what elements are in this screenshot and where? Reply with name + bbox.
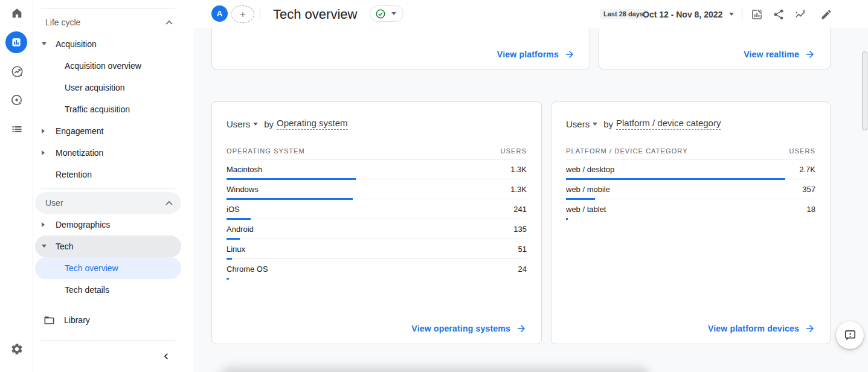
feedback-button[interactable] bbox=[836, 321, 864, 349]
view-platforms-link[interactable]: View platforms bbox=[497, 49, 575, 60]
row-label: iOS bbox=[227, 205, 240, 214]
caret-down-icon bbox=[391, 12, 396, 15]
next-card-shadow bbox=[220, 367, 649, 372]
table-row: web / desktop2.7K bbox=[566, 159, 815, 179]
sidebar-item-traffic-acquisition[interactable]: Traffic acquisition bbox=[35, 98, 181, 120]
edit-icon[interactable] bbox=[819, 7, 834, 22]
customize-report-icon[interactable] bbox=[750, 7, 764, 22]
sidebar-item-tech[interactable]: Tech bbox=[35, 236, 181, 257]
sidebar-item-label: Library bbox=[64, 315, 90, 325]
chevron-left-icon bbox=[160, 350, 172, 362]
sidebar-item-tech-details[interactable]: Tech details bbox=[35, 279, 181, 301]
nav-items: DemographicsTechTech overviewTech detail… bbox=[35, 214, 181, 301]
card-metric-selector: Users by Platform / device category bbox=[566, 118, 721, 130]
row-bar bbox=[566, 218, 568, 220]
sidebar-item-label: Engagement bbox=[56, 126, 103, 136]
sidebar-item-label: Tech details bbox=[65, 285, 109, 295]
row-value: 241 bbox=[513, 205, 527, 214]
row-label: web / desktop bbox=[566, 165, 614, 174]
sidebar-item-user-acquisition[interactable]: User acquisition bbox=[35, 77, 181, 98]
sidebar-item-retention[interactable]: Retention bbox=[35, 164, 181, 185]
reports-icon[interactable] bbox=[5, 31, 27, 53]
table-row: Android135 bbox=[227, 219, 527, 239]
view-realtime-link[interactable]: View realtime bbox=[744, 49, 815, 60]
chevron-up-icon bbox=[166, 20, 173, 25]
sidebar-item-label: User acquisition bbox=[65, 83, 125, 92]
scrollbar-thumb[interactable] bbox=[862, 51, 867, 130]
link-label: View platform devices bbox=[708, 324, 799, 333]
nav-section-life-cycle: Life cycle AcquisitionAcquisition overvi… bbox=[35, 11, 181, 185]
dimension-label: Platform / device category bbox=[616, 118, 721, 130]
arrow-forward-icon bbox=[564, 49, 575, 60]
expander-closed-icon bbox=[42, 150, 45, 155]
divider bbox=[41, 188, 175, 189]
view-operating-systems-link[interactable]: View operating systems bbox=[411, 323, 527, 334]
divider bbox=[742, 7, 742, 21]
divider bbox=[41, 8, 175, 9]
table-header: PLATFORM / DEVICE CATEGORY USERS bbox=[566, 143, 815, 159]
sidebar-item-label: Demographics bbox=[56, 220, 110, 229]
caret-down-icon bbox=[593, 123, 597, 126]
sidebar-item-demographics[interactable]: Demographics bbox=[35, 214, 181, 236]
collapse-sidebar-button[interactable] bbox=[158, 348, 175, 365]
avatar[interactable]: A bbox=[211, 5, 228, 22]
metric-dropdown[interactable]: Users bbox=[566, 119, 590, 129]
advertising-icon[interactable] bbox=[9, 92, 25, 108]
row-value: 357 bbox=[802, 185, 815, 194]
row-label: Chrome OS bbox=[227, 265, 268, 274]
link-label: View platforms bbox=[497, 50, 559, 59]
sidebar-item-engagement[interactable]: Engagement bbox=[35, 120, 181, 142]
date-preset-badge: Last 28 days bbox=[600, 9, 647, 19]
share-icon[interactable] bbox=[771, 7, 786, 22]
folder-icon bbox=[43, 315, 55, 326]
check-circle-icon bbox=[375, 8, 386, 19]
row-label: Windows bbox=[227, 185, 259, 194]
row-value: 51 bbox=[518, 245, 527, 254]
date-range-selector[interactable]: Oct 12 - Nov 8, 2022 bbox=[643, 0, 734, 28]
os-card: Users by Operating system OPERATING SYST… bbox=[211, 101, 542, 344]
column-header-dimension: OPERATING SYSTEM bbox=[227, 147, 305, 155]
row-value: 18 bbox=[807, 205, 815, 214]
nav-section-user: User DemographicsTechTech overviewTech d… bbox=[35, 192, 181, 301]
arrow-forward-icon bbox=[516, 323, 527, 334]
section-header-life-cycle[interactable]: Life cycle bbox=[35, 11, 181, 33]
expander-open-icon bbox=[42, 245, 47, 248]
row-bar bbox=[227, 278, 229, 280]
sidebar-item-monetization[interactable]: Monetization bbox=[35, 142, 181, 164]
explore-icon[interactable] bbox=[9, 63, 25, 79]
column-header-metric: USERS bbox=[501, 147, 527, 155]
home-icon[interactable] bbox=[9, 5, 25, 21]
section-header-user[interactable]: User bbox=[35, 192, 181, 214]
arrow-forward-icon bbox=[805, 49, 815, 60]
add-comparison-button[interactable] bbox=[231, 5, 254, 23]
insights-icon[interactable] bbox=[793, 7, 808, 22]
sidebar-item-library[interactable]: Library bbox=[35, 309, 181, 331]
admin-list-icon[interactable] bbox=[9, 121, 25, 137]
header: A Tech overview Last 28 days Oct 12 - No… bbox=[193, 0, 868, 28]
settings-gear-icon[interactable] bbox=[9, 341, 25, 357]
sidebar-item-label: Traffic acquisition bbox=[65, 104, 130, 114]
row-value: 1.3K bbox=[510, 165, 527, 174]
table-row: Chrome OS24 bbox=[227, 259, 527, 279]
page-title: Tech overview bbox=[273, 0, 357, 28]
sidebar-item-tech-overview[interactable]: Tech overview bbox=[35, 257, 181, 279]
plus-icon bbox=[239, 10, 247, 19]
column-header-dimension: PLATFORM / DEVICE CATEGORY bbox=[566, 147, 688, 155]
row-label: Linux bbox=[227, 245, 245, 254]
ga4-app: View platforms View realtime Users by Op… bbox=[0, 0, 868, 372]
sidebar-item-label: Tech bbox=[56, 242, 74, 251]
report-status-pill[interactable] bbox=[370, 5, 403, 22]
sidebar-item-acquisition-overview[interactable]: Acquisition overview bbox=[35, 55, 181, 77]
main-content: View platforms View realtime Users by Op… bbox=[193, 28, 868, 372]
platform-card: Users by Platform / device category PLAT… bbox=[551, 101, 831, 344]
table-body: Macintosh1.3KWindows1.3KiOS241Android135… bbox=[227, 159, 527, 279]
view-platform-devices-link[interactable]: View platform devices bbox=[708, 323, 815, 334]
sidebar-item-acquisition[interactable]: Acquisition bbox=[35, 33, 181, 55]
chevron-up-icon bbox=[166, 200, 173, 205]
row-value: 135 bbox=[513, 225, 527, 234]
link-label: View operating systems bbox=[411, 324, 510, 333]
metric-dropdown[interactable]: Users bbox=[227, 119, 250, 129]
platforms-card-partial: View platforms bbox=[211, 28, 590, 69]
table-row: Macintosh1.3K bbox=[227, 159, 527, 179]
expander-open-icon bbox=[42, 42, 47, 45]
